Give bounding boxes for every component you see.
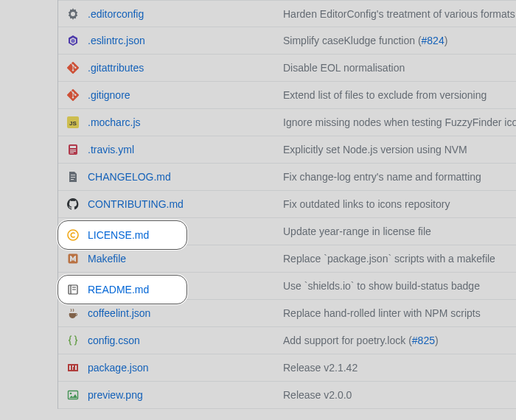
commit-message[interactable]: Fix change-log entry's name and formatti… bbox=[283, 171, 516, 183]
file-name-link[interactable]: coffeelint.json bbox=[88, 307, 283, 319]
github-icon bbox=[58, 198, 88, 210]
file-name-link[interactable]: .editorconfig bbox=[88, 8, 283, 20]
commit-message[interactable]: Explicitly set Node.js version using NVM bbox=[283, 144, 516, 155]
file-name-link[interactable]: .travis.yml bbox=[88, 144, 283, 155]
file-row[interactable]: .gitignoreExtend list of files to exclud… bbox=[58, 82, 516, 109]
file-row[interactable]: .editorconfigHarden EditorConfig's treat… bbox=[58, 0, 516, 27]
issue-link[interactable]: #824 bbox=[422, 35, 444, 46]
copyright-icon bbox=[58, 229, 88, 241]
file-name-link[interactable]: .gitattributes bbox=[88, 62, 283, 74]
file-row[interactable]: package.jsonRelease v2.1.42 bbox=[58, 354, 516, 382]
commit-message[interactable]: Replace hand-rolled linter with NPM scri… bbox=[283, 307, 516, 319]
commit-message[interactable]: Harden EditorConfig's treatment of vario… bbox=[283, 8, 516, 20]
commit-message[interactable]: Fix outdated links to icons repository bbox=[283, 198, 516, 210]
file-name-link[interactable]: preview.png bbox=[88, 389, 283, 401]
makefile-icon bbox=[58, 253, 88, 265]
git-red-icon bbox=[58, 62, 88, 74]
js-icon bbox=[58, 116, 88, 128]
file-row[interactable]: .mocharc.jsIgnore missing nodes when tes… bbox=[58, 109, 516, 136]
file-name-link[interactable]: CONTRIBUTING.md bbox=[88, 198, 283, 210]
highlight-label: README.md bbox=[88, 284, 162, 295]
file-name-link[interactable]: .gitignore bbox=[88, 89, 283, 101]
commit-message[interactable]: Replace `package.json` scripts with a ma… bbox=[283, 253, 516, 265]
highlight-label: LICENSE.md bbox=[88, 229, 162, 241]
doc-gray-icon bbox=[58, 171, 88, 183]
file-name-link[interactable]: Makefile bbox=[88, 253, 283, 265]
file-row[interactable]: .travis.ymlExplicitly set Node.js versio… bbox=[58, 136, 516, 164]
gear-gray-icon bbox=[58, 8, 88, 20]
file-name-link[interactable]: .eslintrc.json bbox=[88, 35, 283, 46]
commit-message[interactable]: Simplify caseKludge function (#824) bbox=[283, 35, 516, 46]
git-red-icon bbox=[58, 89, 88, 101]
commit-message[interactable]: Extend list of files to exclude from ver… bbox=[283, 89, 516, 101]
commit-message[interactable]: Ignore missing nodes when testing FuzzyF… bbox=[283, 116, 516, 128]
file-row[interactable]: CONTRIBUTING.mdFix outdated links to ico… bbox=[58, 191, 516, 218]
image-icon bbox=[58, 389, 88, 401]
braces-icon bbox=[58, 335, 88, 346]
file-name-link[interactable]: config.cson bbox=[88, 335, 283, 346]
file-name-link[interactable]: .mocharc.js bbox=[88, 116, 283, 128]
highlight-box: LICENSE.md bbox=[57, 220, 187, 250]
commit-message[interactable]: Use `shields.io` to show build-status ba… bbox=[283, 280, 516, 292]
commit-message[interactable]: Add support for poetry.lock (#825) bbox=[283, 335, 516, 346]
npm-icon bbox=[58, 362, 88, 374]
highlight-box: README.md bbox=[57, 275, 187, 304]
coffee-icon bbox=[58, 307, 88, 319]
file-row[interactable]: .gitattributesDisable EOL normalisation bbox=[58, 55, 516, 82]
file-row[interactable]: CHANGELOG.mdFix change-log entry's name … bbox=[58, 164, 516, 191]
file-row[interactable]: .eslintrc.jsonSimplify caseKludge functi… bbox=[58, 27, 516, 55]
issue-link[interactable]: #825 bbox=[412, 335, 435, 346]
travis-icon bbox=[58, 144, 88, 155]
file-name-link[interactable]: package.json bbox=[88, 362, 283, 374]
commit-message[interactable]: Update year-range in license file bbox=[283, 225, 516, 237]
book-icon bbox=[58, 284, 88, 295]
commit-message[interactable]: Release v2.0.0 bbox=[283, 389, 516, 401]
eslint-icon bbox=[58, 35, 88, 46]
file-row[interactable]: config.csonAdd support for poetry.lock (… bbox=[58, 327, 516, 354]
commit-message[interactable]: Release v2.1.42 bbox=[283, 362, 516, 374]
file-list: .editorconfigHarden EditorConfig's treat… bbox=[57, 0, 516, 409]
commit-message[interactable]: Disable EOL normalisation bbox=[283, 62, 516, 74]
file-row[interactable]: preview.pngRelease v2.0.0 bbox=[58, 382, 516, 409]
file-name-link[interactable]: CHANGELOG.md bbox=[88, 171, 283, 183]
